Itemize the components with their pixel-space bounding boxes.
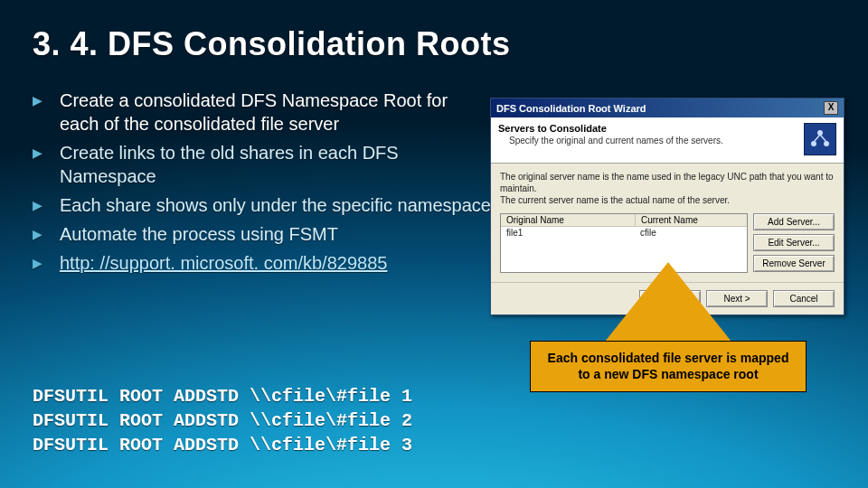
code-line: DFSUTIL ROOT ADDSTD \\cfile\#file 2 [33, 408, 412, 433]
col-current-name[interactable]: Current Name [636, 214, 747, 227]
wizard-desc-line: The current server name is the actual na… [500, 195, 730, 205]
wizard-header-title: Servers to Consolidate [498, 123, 723, 134]
bullet-text: Create a consolidated DFS Namespace Root… [60, 90, 448, 134]
bullet-item: Each share shows only under the specific… [33, 193, 492, 217]
code-line: DFSUTIL ROOT ADDSTD \\cfile\#file 1 [33, 384, 412, 408]
add-server-button[interactable]: Add Server... [753, 213, 835, 230]
wizard-titlebar: DFS Consolidation Root Wizard X [491, 99, 844, 117]
code-block: DFSUTIL ROOT ADDSTD \\cfile\#file 1 DFSU… [33, 384, 412, 457]
slide-title: 3. 4. DFS Consolidation Roots [33, 25, 835, 63]
bullet-text: Automate the process using FSMT [60, 224, 338, 244]
bullet-item: Create links to the old shares in each D… [33, 141, 492, 188]
bullet-link[interactable]: http: //support. microsoft. com/kb/82988… [33, 251, 492, 275]
wizard-header-icon [804, 123, 836, 155]
wizard-desc: The original server name is the name use… [500, 171, 835, 206]
bullet-item: Create a consolidated DFS Namespace Root… [33, 89, 492, 136]
list-header-row: Original Name Current Name [501, 214, 747, 227]
wizard-header: Servers to Consolidate Specify the origi… [491, 117, 844, 164]
tree-icon [808, 127, 832, 151]
col-original-name[interactable]: Original Name [501, 214, 636, 227]
edit-server-button[interactable]: Edit Server... [753, 234, 835, 251]
bullet-text: Create links to the old shares in each D… [60, 143, 399, 186]
cell-original: file1 [501, 227, 635, 239]
wizard-title-text: DFS Consolidation Root Wizard [496, 103, 646, 114]
svg-line-3 [814, 135, 820, 142]
callout: Each consolidated file server is mapped … [492, 262, 844, 392]
bullet-list: Create a consolidated DFS Namespace Root… [33, 89, 492, 280]
bullet-text: http: //support. microsoft. com/kb/82988… [60, 253, 387, 273]
callout-arrow-icon [605, 262, 731, 342]
wizard-header-sub: Specify the original and current names o… [498, 136, 723, 145]
close-icon[interactable]: X [824, 101, 838, 115]
wizard-desc-line: The original server name is the name use… [500, 172, 834, 193]
code-line: DFSUTIL ROOT ADDSTD \\cfile\#file 3 [33, 433, 412, 457]
wizard-header-text: Servers to Consolidate Specify the origi… [498, 123, 723, 145]
cell-current: cfile [635, 227, 662, 239]
callout-box: Each consolidated file server is mapped … [530, 341, 807, 392]
table-row[interactable]: file1 cfile [501, 227, 747, 239]
svg-line-4 [820, 135, 826, 142]
bullet-item: Automate the process using FSMT [33, 222, 492, 246]
slide: 3. 4. DFS Consolidation Roots Create a c… [0, 0, 868, 488]
bullet-text: Each share shows only under the specific… [60, 195, 491, 215]
